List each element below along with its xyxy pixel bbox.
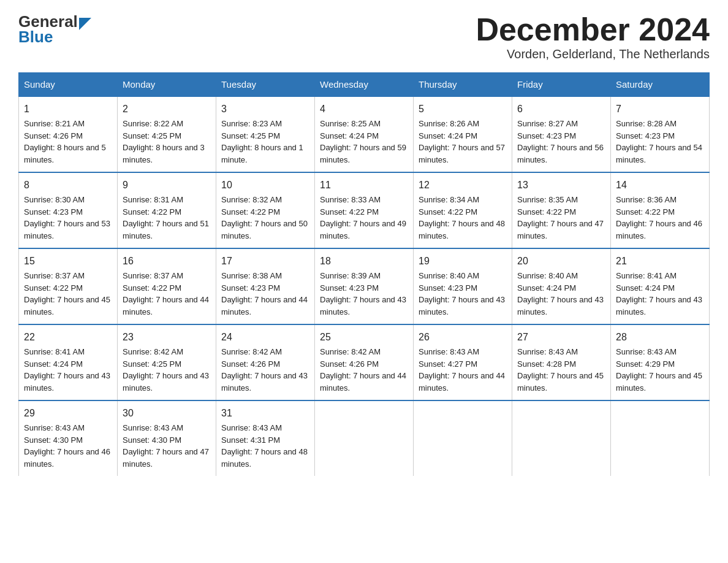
sunrise-text: Sunrise: 8:36 AM [616, 195, 677, 204]
header-thursday: Thursday [414, 73, 512, 97]
day-number: 22 [24, 330, 112, 345]
sunrise-text: Sunrise: 8:37 AM [24, 271, 85, 280]
daylight-text: Daylight: 7 hours and 50 minutes. [221, 219, 308, 240]
sunset-text: Sunset: 4:25 PM [123, 131, 181, 140]
daylight-text: Daylight: 7 hours and 43 minutes. [616, 295, 702, 316]
day-number: 30 [123, 406, 211, 421]
sunset-text: Sunset: 4:30 PM [24, 435, 83, 445]
header-wednesday: Wednesday [315, 73, 414, 97]
sunset-text: Sunset: 4:23 PM [419, 283, 477, 293]
calendar-cell: 10Sunrise: 8:32 AMSunset: 4:22 PMDayligh… [216, 172, 315, 248]
sunset-text: Sunset: 4:22 PM [419, 207, 477, 216]
sunrise-text: Sunrise: 8:43 AM [616, 347, 677, 356]
sunrise-text: Sunrise: 8:22 AM [123, 119, 183, 128]
sunset-text: Sunset: 4:22 PM [221, 207, 280, 216]
sunset-text: Sunset: 4:24 PM [517, 283, 576, 293]
calendar-cell: 6Sunrise: 8:27 AMSunset: 4:23 PMDaylight… [512, 96, 611, 172]
sunrise-text: Sunrise: 8:26 AM [419, 119, 479, 128]
day-number: 18 [320, 254, 408, 269]
calendar-cell: 19Sunrise: 8:40 AMSunset: 4:23 PMDayligh… [414, 248, 512, 324]
calendar-cell: 14Sunrise: 8:36 AMSunset: 4:22 PMDayligh… [611, 172, 710, 248]
day-number: 8 [24, 178, 112, 193]
sunrise-text: Sunrise: 8:43 AM [221, 423, 282, 432]
sunrise-text: Sunrise: 8:43 AM [419, 347, 479, 356]
calendar-cell: 21Sunrise: 8:41 AMSunset: 4:24 PMDayligh… [611, 248, 710, 324]
sunrise-text: Sunrise: 8:43 AM [517, 347, 578, 356]
day-number: 2 [123, 102, 211, 117]
sunset-text: Sunset: 4:23 PM [24, 207, 83, 216]
week-row-2: 8Sunrise: 8:30 AMSunset: 4:23 PMDaylight… [19, 172, 710, 248]
calendar-cell: 29Sunrise: 8:43 AMSunset: 4:30 PMDayligh… [19, 400, 118, 476]
day-number: 16 [123, 254, 211, 269]
sunset-text: Sunset: 4:22 PM [320, 207, 379, 216]
calendar-cell: 9Sunrise: 8:31 AMSunset: 4:22 PMDaylight… [118, 172, 216, 248]
sunrise-text: Sunrise: 8:35 AM [517, 195, 578, 204]
day-number: 28 [616, 330, 704, 345]
day-number: 24 [221, 330, 309, 345]
logo: General Blue [18, 12, 91, 45]
daylight-text: Daylight: 7 hours and 53 minutes. [24, 219, 110, 240]
sunrise-text: Sunrise: 8:27 AM [517, 119, 578, 128]
daylight-text: Daylight: 7 hours and 48 minutes. [221, 447, 308, 469]
week-row-5: 29Sunrise: 8:43 AMSunset: 4:30 PMDayligh… [19, 400, 710, 476]
calendar-cell [611, 400, 710, 476]
calendar-cell: 8Sunrise: 8:30 AMSunset: 4:23 PMDaylight… [19, 172, 118, 248]
sunrise-text: Sunrise: 8:37 AM [123, 271, 183, 280]
daylight-text: Daylight: 7 hours and 47 minutes. [123, 447, 209, 469]
daylight-text: Daylight: 7 hours and 59 minutes. [320, 143, 406, 164]
sunset-text: Sunset: 4:25 PM [221, 131, 280, 140]
calendar-cell: 23Sunrise: 8:42 AMSunset: 4:25 PMDayligh… [118, 324, 216, 400]
sunset-text: Sunset: 4:27 PM [419, 359, 477, 369]
calendar-cell: 15Sunrise: 8:37 AMSunset: 4:22 PMDayligh… [19, 248, 118, 324]
sunset-text: Sunset: 4:22 PM [123, 283, 181, 293]
daylight-text: Daylight: 8 hours and 3 minutes. [123, 143, 205, 164]
sunrise-text: Sunrise: 8:31 AM [123, 195, 183, 204]
daylight-text: Daylight: 7 hours and 44 minutes. [419, 371, 505, 393]
sunset-text: Sunset: 4:29 PM [616, 359, 675, 369]
day-number: 5 [419, 102, 507, 117]
daylight-text: Daylight: 8 hours and 5 minutes. [24, 143, 106, 164]
daylight-text: Daylight: 7 hours and 45 minutes. [616, 371, 702, 393]
calendar-cell [315, 400, 414, 476]
sunset-text: Sunset: 4:22 PM [517, 207, 576, 216]
sunrise-text: Sunrise: 8:42 AM [320, 347, 381, 356]
day-number: 25 [320, 330, 408, 345]
day-number: 3 [221, 102, 309, 117]
sunrise-text: Sunrise: 8:42 AM [123, 347, 183, 356]
calendar-cell: 12Sunrise: 8:34 AMSunset: 4:22 PMDayligh… [414, 172, 512, 248]
calendar-cell: 30Sunrise: 8:43 AMSunset: 4:30 PMDayligh… [118, 400, 216, 476]
header-saturday: Saturday [611, 73, 710, 97]
sunset-text: Sunset: 4:31 PM [221, 435, 280, 445]
week-row-1: 1Sunrise: 8:21 AMSunset: 4:26 PMDaylight… [19, 96, 710, 172]
daylight-text: Daylight: 7 hours and 44 minutes. [221, 295, 308, 316]
calendar-cell: 31Sunrise: 8:43 AMSunset: 4:31 PMDayligh… [216, 400, 315, 476]
sunset-text: Sunset: 4:23 PM [616, 131, 675, 140]
calendar-table: SundayMondayTuesdayWednesdayThursdayFrid… [18, 72, 710, 476]
day-number: 14 [616, 178, 704, 193]
calendar-cell [414, 400, 512, 476]
calendar-cell [512, 400, 611, 476]
sunset-text: Sunset: 4:23 PM [517, 131, 576, 140]
daylight-text: Daylight: 7 hours and 43 minutes. [320, 295, 406, 316]
daylight-text: Daylight: 7 hours and 46 minutes. [616, 219, 702, 240]
daylight-text: Daylight: 7 hours and 43 minutes. [419, 295, 505, 316]
sunrise-text: Sunrise: 8:30 AM [24, 195, 85, 204]
logo-blue-text: Blue [18, 29, 91, 45]
sunset-text: Sunset: 4:25 PM [123, 359, 181, 369]
sunrise-text: Sunrise: 8:40 AM [419, 271, 479, 280]
daylight-text: Daylight: 7 hours and 51 minutes. [123, 219, 209, 240]
calendar-cell: 20Sunrise: 8:40 AMSunset: 4:24 PMDayligh… [512, 248, 611, 324]
day-number: 9 [123, 178, 211, 193]
day-number: 19 [419, 254, 507, 269]
day-number: 23 [123, 330, 211, 345]
sunrise-text: Sunrise: 8:23 AM [221, 119, 282, 128]
day-number: 10 [221, 178, 309, 193]
sunrise-text: Sunrise: 8:41 AM [616, 271, 677, 280]
calendar-cell: 5Sunrise: 8:26 AMSunset: 4:24 PMDaylight… [414, 96, 512, 172]
daylight-text: Daylight: 7 hours and 44 minutes. [123, 295, 209, 316]
sunrise-text: Sunrise: 8:40 AM [517, 271, 578, 280]
day-number: 21 [616, 254, 704, 269]
daylight-text: Daylight: 7 hours and 56 minutes. [517, 143, 604, 164]
sunrise-text: Sunrise: 8:25 AM [320, 119, 381, 128]
calendar-cell: 11Sunrise: 8:33 AMSunset: 4:22 PMDayligh… [315, 172, 414, 248]
